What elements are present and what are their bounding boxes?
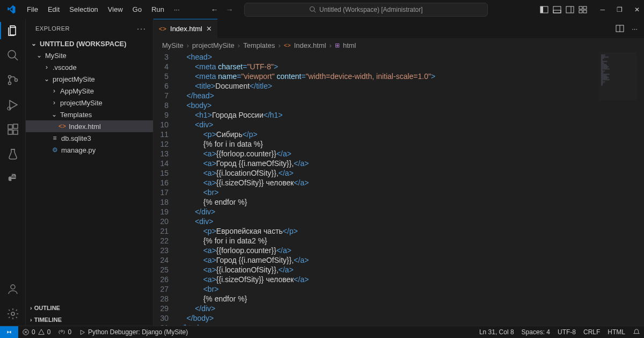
radio-tower-icon [58,328,65,336]
activity-scm-icon[interactable] [6,74,19,87]
explorer-more-icon[interactable]: ··· [137,24,147,33]
status-ports[interactable]: 0 [54,326,75,338]
svg-rect-8 [579,6,582,9]
html-file-icon: <> [159,25,166,33]
status-problems[interactable]: 0 0 [18,326,54,338]
editor-area: <> Index.html ✕ ··· MySite› projectMySit… [153,19,644,326]
window-close[interactable]: ✕ [634,6,640,13]
title-bar: File Edit Selection View Go Run ··· ← → … [0,0,644,19]
svg-line-13 [14,57,18,60]
menu-view[interactable]: View [104,3,127,16]
database-file-icon: ≡ [50,134,59,142]
symbol-tag-icon: ⊞ [335,42,340,49]
svg-rect-4 [553,6,561,13]
tab-close-icon[interactable]: ✕ [206,25,212,33]
breadcrumb[interactable]: MySite› projectMySite› Templates› <>Inde… [153,38,644,52]
folder-appmysite[interactable]: ›AppMySite [26,85,153,97]
remote-indicator[interactable] [0,326,18,338]
window-minimize[interactable]: ─ [600,6,605,13]
svg-rect-18 [8,125,12,129]
status-cursor[interactable]: Ln 31, Col 8 [475,328,518,336]
workspace-root[interactable]: ⌄UNTITLED (WORKSPACE) [26,38,153,49]
folder-templates[interactable]: ⌄Templates [26,109,153,120]
layout-sidebar-right-icon[interactable] [566,5,574,14]
folder-projectmysite[interactable]: ›projectMySite [26,97,153,109]
html-file-icon: <> [58,122,67,131]
nav-back[interactable]: ← [211,5,218,14]
menu-selection[interactable]: Selection [65,3,102,16]
folder-mysite[interactable]: ⌄MySite [26,49,153,61]
svg-point-16 [14,79,17,82]
layout-sidebar-left-icon[interactable] [540,5,548,14]
html-file-icon: <> [284,42,291,48]
svg-rect-19 [8,130,12,134]
explorer-sidebar: EXPLORER ··· ⌄UNTITLED (WORKSPACE) ⌄MySi… [26,19,153,326]
status-language[interactable]: HTML [604,328,629,336]
layout-customize-icon[interactable] [579,5,587,14]
menu-overflow[interactable]: ··· [170,3,184,16]
activity-extensions-icon[interactable] [6,123,19,136]
layout-panel-icon[interactable] [553,5,561,14]
activity-search-icon[interactable] [6,49,19,62]
svg-line-1 [314,11,316,12]
outline-section[interactable]: ›OUTLINE [26,302,153,314]
tab-label: Index.html [170,25,202,33]
tab-bar: <> Index.html ✕ ··· [153,19,644,38]
menu-edit[interactable]: Edit [43,3,64,16]
debug-icon [79,329,86,336]
code-editor[interactable]: 3456789101112131415161718192021222324252… [153,52,644,326]
file-manage-py[interactable]: ⚙manage.py [26,144,153,156]
svg-point-0 [310,7,314,11]
svg-rect-21 [13,124,18,128]
activity-python-icon[interactable] [6,172,19,185]
svg-rect-5 [553,10,561,13]
status-notifications-icon[interactable] [629,328,644,336]
search-icon [309,6,316,13]
editor-more-icon[interactable]: ··· [632,25,638,33]
activity-explorer-icon[interactable] [6,24,19,37]
status-bar: 0 0 0 Python Debugger: Django (MySite) L… [0,326,644,338]
svg-rect-3 [540,6,543,13]
menu-go[interactable]: Go [128,3,146,16]
status-encoding[interactable]: UTF-8 [554,328,580,336]
error-icon [22,328,30,336]
activity-bar [0,19,26,326]
window-maximize[interactable]: ❐ [617,6,623,13]
menu-file[interactable]: File [23,3,42,16]
svg-point-15 [8,82,11,85]
svg-point-24 [11,285,15,289]
file-tree: ⌄UNTITLED (WORKSPACE) ⌄MySite ›.vscode ⌄… [26,38,153,302]
status-debug-config[interactable]: Python Debugger: Django (MySite) [75,326,192,338]
layout-controls [540,5,587,14]
svg-rect-10 [579,10,582,13]
activity-testing-icon[interactable] [6,148,19,161]
svg-point-23 [11,175,12,175]
status-spaces[interactable]: Spaces: 4 [518,328,554,336]
menu-run[interactable]: Run [147,3,169,16]
status-eol[interactable]: CRLF [580,328,604,336]
svg-rect-9 [583,6,587,9]
vscode-logo-icon [6,5,16,15]
activity-account-icon[interactable] [6,283,19,296]
svg-rect-6 [566,6,574,13]
command-center[interactable]: Untitled (Workspace) [Administrator] [244,3,488,17]
activity-debug-icon[interactable] [6,98,19,111]
folder-vscode[interactable]: ›.vscode [26,61,153,73]
svg-rect-11 [583,10,587,13]
explorer-title: EXPLORER [35,25,70,32]
tab-index-html[interactable]: <> Index.html ✕ [153,19,217,38]
file-db-sqlite[interactable]: ≡db.sqlite3 [26,132,153,144]
nav-forward[interactable]: → [226,5,233,14]
svg-rect-20 [13,130,18,134]
command-center-text: Untitled (Workspace) [Administrator] [319,6,423,13]
folder-project[interactable]: ⌄projectMySite [26,73,153,85]
svg-point-14 [8,76,11,78]
split-editor-icon[interactable] [616,24,624,33]
activity-settings-icon[interactable] [6,307,19,320]
svg-point-31 [61,330,63,333]
warning-icon [38,328,45,336]
code-content[interactable]: <head> <meta charset="UTF-8"> <meta name… [176,52,644,326]
timeline-section[interactable]: ›TIMELINE [26,314,153,326]
svg-point-12 [8,51,16,58]
file-index-html[interactable]: <>Index.html [26,120,153,132]
